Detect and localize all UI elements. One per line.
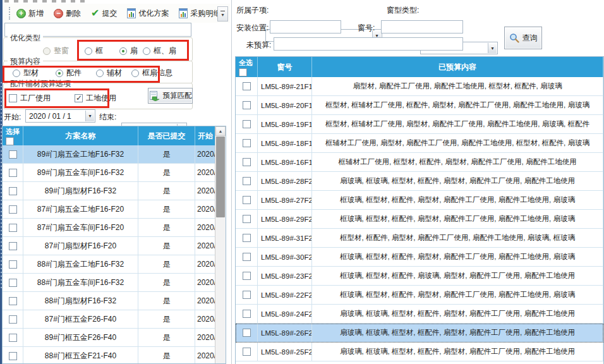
window-table-row[interactable]: LM5L-89#-27F25框玻璃, 框型材, 框配件, 扇型材, 扇配件工厂使… — [236, 191, 603, 210]
start-column-header[interactable]: 开始 — [195, 126, 216, 145]
optimize-type-option-0[interactable]: 整窗 — [43, 46, 69, 56]
select-all-checkbox[interactable] — [6, 137, 14, 145]
row-checkbox[interactable] — [243, 310, 251, 318]
window-no-input[interactable] — [381, 20, 463, 33]
row-checkbox[interactable] — [9, 205, 17, 214]
budget-content-option-1[interactable]: 配件 — [56, 68, 82, 78]
window-no-column-header[interactable]: 窗号 — [258, 57, 312, 77]
row-checkbox[interactable] — [243, 291, 251, 299]
window-table-row[interactable]: LM5L-89#-18F16框辅材工厂使用, 扇型材, 扇配件工厂使用, 扇配件… — [236, 134, 603, 153]
window-table-row[interactable]: LM5L-89#-29F27框玻璃, 框型材, 框配件, 扇型材, 扇配件工厂使… — [236, 210, 603, 229]
window-table-row[interactable]: LM5L-89#-24F22扇玻璃, 框玻璃, 框型材, 框配件, 扇型材, 扇… — [236, 305, 603, 324]
plan-table-row[interactable]: 89#门框五金F26-F40是2020/0 — [3, 329, 216, 347]
no-budget-input[interactable] — [274, 37, 463, 51]
optimize-plan-button[interactable]: 优化方案 — [126, 7, 170, 20]
chevron-down-icon[interactable]: ▾ — [488, 43, 497, 53]
row-checkbox[interactable] — [9, 352, 17, 360]
row-checkbox[interactable] — [243, 272, 251, 280]
row-checkbox[interactable] — [243, 177, 251, 185]
radio-icon[interactable] — [56, 70, 63, 77]
install-position-input[interactable] — [270, 20, 341, 33]
budget-match-button[interactable]: 预算匹配 — [148, 88, 193, 104]
plan-table-row[interactable]: 87#门扇五金工地F16-F20是2020/0 — [3, 200, 216, 219]
row-checkbox[interactable] — [243, 196, 251, 204]
window-table-row[interactable]: LM5L-89#-30F28框玻璃, 框型材, 框配件, 扇型材, 扇配件工厂使… — [236, 248, 603, 267]
plan-table-row[interactable]: 88#门框五金F21-F40是2020/0 — [3, 347, 216, 364]
budget-content-option-3[interactable]: 框扇信息 — [131, 68, 172, 78]
radio-icon[interactable] — [119, 47, 127, 55]
row-checkbox[interactable] — [9, 297, 17, 305]
checkbox-icon[interactable] — [75, 94, 83, 102]
plan-name-column-header[interactable]: 方案名称 — [23, 126, 138, 145]
delete-button[interactable]: − 删除 — [52, 7, 82, 20]
row-checkbox[interactable] — [243, 234, 251, 242]
submitted-column-header[interactable]: 是否已提交 — [138, 126, 195, 145]
row-checkbox[interactable] — [9, 334, 17, 342]
scrollbar-thumb[interactable] — [216, 136, 225, 217]
plan-table-scrollbar[interactable]: ▲ — [215, 126, 226, 363]
row-checkbox[interactable] — [243, 139, 251, 147]
panel-splitter[interactable] — [231, 0, 232, 364]
window-table-row[interactable]: LM5L-89#-25F23扇玻璃, 框玻璃, 框型材, 框配件, 扇型材, 扇… — [236, 343, 603, 361]
plan-table-row[interactable]: 87#门扇型材F16-F20是2020/0 — [3, 237, 216, 255]
plan-table-row[interactable]: 87#门框五金F26-F40是2020/0 — [3, 310, 216, 329]
radio-icon[interactable] — [131, 70, 139, 77]
budget-content-option-2[interactable]: 辅材 — [96, 68, 122, 78]
plan-table-row[interactable]: 89#门扇型材F16-F32是2020/0 — [3, 182, 216, 200]
plan-table-row[interactable]: 87#门扇五金车间F16-F20是2020/0 — [3, 219, 216, 237]
row-checkbox[interactable] — [243, 253, 251, 261]
row-checkbox[interactable] — [9, 224, 17, 232]
radio-icon[interactable] — [143, 47, 150, 55]
row-checkbox[interactable] — [243, 101, 251, 109]
row-checkbox[interactable] — [243, 82, 251, 90]
row-checkbox[interactable] — [243, 158, 251, 166]
radio-icon[interactable] — [13, 70, 20, 77]
scroll-up-icon[interactable]: ▲ — [215, 126, 226, 136]
plan-table-row[interactable]: 89#门扇五金车间F16-F32是2020/0 — [3, 164, 216, 182]
window-table-row[interactable]: LM5L-89#-16F15框辅材工厂使用, 框型材, 框配件, 扇型材, 扇配… — [236, 153, 603, 172]
row-checkbox[interactable] — [9, 187, 17, 195]
radio-icon[interactable] — [43, 47, 51, 55]
row-checkbox[interactable] — [9, 260, 17, 269]
radio-icon[interactable] — [85, 47, 92, 55]
checkbox-icon[interactable] — [9, 94, 17, 102]
row-checkbox[interactable] — [243, 120, 251, 128]
toolbar-grip[interactable] — [9, 7, 10, 20]
window-table-row[interactable]: LM5L-89#-21F19扇型材, 扇配件工厂使用, 扇配件工地使用, 框型材… — [236, 77, 603, 96]
submit-button[interactable]: ✔ 提交 — [90, 7, 118, 20]
query-button[interactable]: 查询 — [504, 27, 542, 49]
radio-icon[interactable] — [96, 70, 104, 77]
optimize-type-option-3[interactable]: 框、扇 — [143, 46, 176, 56]
row-checkbox[interactable] — [9, 242, 17, 250]
budget-content-option-0[interactable]: 型材 — [13, 68, 39, 78]
optimize-type-option-2[interactable]: 扇 — [119, 46, 138, 56]
toolbar-overflow-button[interactable]: ▾ — [217, 6, 228, 21]
row-checkbox[interactable] — [243, 348, 251, 356]
optimize-type-option-1[interactable]: 框 — [85, 46, 103, 56]
start-date-picker[interactable]: 2020 / 01 / 1 ▾ — [25, 109, 95, 123]
plan-table-row[interactable]: 88#门扇五金工地F16-F32是2020/0 — [3, 255, 216, 274]
window-table-row[interactable]: LM5L-89#-31F29框型材, 框配件, 扇型材, 扇配件工厂使用, 扇配… — [236, 229, 603, 248]
window-table-row[interactable]: LM5L-89#-19F17框型材, 框辅材工厂使用, 扇型材, 扇配件工厂使用… — [236, 115, 603, 134]
row-checkbox[interactable] — [9, 279, 17, 287]
plan-table-row[interactable]: 88#门扇型材F16-F32是2020/0 — [3, 292, 216, 310]
row-checkbox[interactable] — [9, 315, 17, 324]
window-table-row[interactable]: LM5L-89#-28F26扇玻璃, 框玻璃, 框型材, 框配件, 扇型材, 扇… — [236, 172, 603, 191]
select-all-checkbox[interactable] — [239, 68, 247, 76]
usage-checkbox-0[interactable]: 工厂使用 — [9, 93, 51, 104]
window-table-row[interactable]: LM5L-89#-22F20框玻璃, 框型材, 框配件, 扇型材, 扇配件工厂使… — [236, 286, 603, 305]
add-button[interactable]: + 新增 — [15, 7, 45, 20]
window-table-row[interactable]: LM5L-89#-23F21框玻璃, 框型材, 框配件, 扇玻璃, 扇型材, 扇… — [236, 267, 603, 286]
window-table-row[interactable]: LM5L-89#-20F18框型材, 框辅材工厂使用, 框配件, 扇型材, 扇配… — [236, 96, 603, 115]
row-checkbox[interactable] — [243, 329, 251, 337]
row-checkbox[interactable] — [9, 169, 17, 177]
row-checkbox[interactable] — [243, 215, 251, 223]
chevron-down-icon[interactable]: ▾ — [85, 111, 94, 121]
plan-table-row[interactable]: 88#门扇五金车间F16-F32是2020/0 — [3, 274, 216, 292]
plan-table-row[interactable]: 89#门扇五金工地F16-F32是2020/0 — [3, 145, 216, 164]
budgeted-column-header[interactable]: 已预算内容 — [312, 57, 603, 77]
window-table-row[interactable]: LM5L-89#-26F24扇玻璃, 框玻璃, 框型材, 框配件, 扇型材, 扇… — [236, 324, 603, 343]
window-row-no: LM5L-89#-27F25 — [258, 191, 312, 209]
usage-checkbox-1[interactable]: 工地使用 — [75, 93, 116, 104]
row-checkbox[interactable] — [9, 150, 17, 159]
